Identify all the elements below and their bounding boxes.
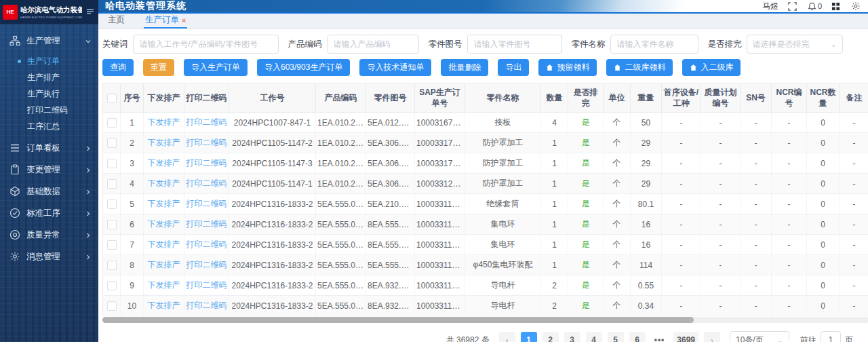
page-button-2[interactable]: 2 xyxy=(542,332,559,342)
print-qrcode-link[interactable]: 打印二维码 xyxy=(186,240,227,249)
row-checkbox[interactable] xyxy=(107,220,117,229)
dispatch-link[interactable]: 下发排产 xyxy=(148,280,180,290)
user-name[interactable]: 马煜 xyxy=(762,1,778,12)
filter-input-产品编码[interactable] xyxy=(327,35,419,54)
sidebar-item-打印二维码[interactable]: 打印二维码 xyxy=(0,102,98,118)
sidebar-item-生产排产[interactable]: 生产排产 xyxy=(0,69,98,86)
row-checkbox[interactable] xyxy=(107,179,117,189)
预留领料-button[interactable]: 预留领料 xyxy=(538,59,597,76)
apps-grid-icon[interactable] xyxy=(831,1,842,12)
dispatch-link[interactable]: 下发排产 xyxy=(148,158,180,168)
goto-suffix: 页 xyxy=(845,335,853,342)
row-checkbox[interactable] xyxy=(107,159,117,168)
cell-remark: - xyxy=(840,133,868,153)
print-qrcode-link[interactable]: 打印二维码 xyxy=(186,158,227,168)
cell-sap_no: 10003317840 xyxy=(415,133,465,153)
dispatch-link[interactable]: 下发排产 xyxy=(148,260,180,269)
dispatch-link[interactable]: 下发排产 xyxy=(148,301,180,310)
导入技术通知单-button[interactable]: 导入技术通知单 xyxy=(359,59,431,76)
sidebar-collapse-icon[interactable] xyxy=(85,5,96,20)
page-button-6[interactable]: 6 xyxy=(629,332,646,342)
入二级库-button[interactable]: 入二级库 xyxy=(682,59,741,76)
prev-page-button[interactable]: ‹ xyxy=(499,332,515,342)
print-qrcode-link[interactable]: 打印二维码 xyxy=(186,117,227,127)
批量删除-button[interactable]: 批量删除 xyxy=(441,59,488,76)
fullscreen-icon[interactable] xyxy=(788,1,798,12)
cell-quality_plan: - xyxy=(701,194,741,214)
page-button-3[interactable]: 3 xyxy=(564,332,580,342)
page-button-4[interactable]: 4 xyxy=(586,332,602,342)
select-all-checkbox[interactable] xyxy=(107,94,117,103)
dispatch-link[interactable]: 下发排产 xyxy=(148,117,180,127)
tab-主页[interactable]: 主页 xyxy=(106,12,126,28)
cell-quality_plan: - xyxy=(701,113,741,133)
filter-零件图号: 零件图号 xyxy=(429,35,562,54)
sidebar-group-质量异常[interactable]: 质量异常 xyxy=(0,224,98,246)
print-qrcode-link[interactable]: 打印二维码 xyxy=(186,260,227,269)
settings-gear-icon[interactable] xyxy=(851,1,861,12)
dispatch-link[interactable]: 下发排产 xyxy=(148,178,180,188)
dispatch-link[interactable]: 下发排产 xyxy=(148,219,180,229)
cell-weight: 29 xyxy=(631,153,662,174)
tab-生产订单[interactable]: 生产订单× xyxy=(144,12,187,28)
cell-unit: 个 xyxy=(604,214,631,235)
dispatch-link[interactable]: 下发排产 xyxy=(148,138,180,147)
page-size-select[interactable]: 10条/页⌄ xyxy=(730,331,789,342)
top-header: 哈电动装管理系统 马煜 0 xyxy=(98,0,868,14)
cell-part_no: 5EA.555.0312 xyxy=(366,255,415,276)
print-qrcode-link[interactable]: 打印二维码 xyxy=(186,219,227,229)
goto-page-input[interactable] xyxy=(821,331,841,342)
sidebar-group-消息管理[interactable]: 消息管理 xyxy=(0,246,98,267)
查询-button[interactable]: 查询 xyxy=(102,59,134,76)
cell-qty: 4 xyxy=(541,113,568,133)
导入生产订单-button[interactable]: 导入生产订单 xyxy=(184,59,248,76)
dispatch-link[interactable]: 下发排产 xyxy=(148,240,180,249)
sidebar-group-基础数据[interactable]: 基础数据 xyxy=(0,180,98,202)
sidebar-group-标准工序[interactable]: 标准工序 xyxy=(0,202,98,224)
filter-select-是否排完[interactable]: 请选择是否排完⌄ xyxy=(747,35,843,54)
print-qrcode-link[interactable]: 打印二维码 xyxy=(186,301,227,310)
sidebar-group-变更管理[interactable]: 变更管理 xyxy=(0,159,98,180)
row-checkbox[interactable] xyxy=(107,261,117,270)
row-checkbox[interactable] xyxy=(107,118,117,128)
filter-input-零件图号[interactable] xyxy=(467,35,562,54)
sidebar-group-订单看板[interactable]: 订单看板 xyxy=(0,137,98,159)
scrollbar-thumb[interactable] xyxy=(102,317,694,323)
cell-work_no: 2024HPC1316-1833-2 xyxy=(229,276,316,296)
pages-ellipsis[interactable]: ••• xyxy=(651,332,669,342)
cell-ncr_no: - xyxy=(772,296,807,316)
导入603/903生产订单-button[interactable]: 导入603/903生产订单 xyxy=(257,59,350,76)
next-page-button[interactable]: › xyxy=(704,332,720,342)
导出-button[interactable]: 导出 xyxy=(498,59,529,76)
sidebar-item-生产订单[interactable]: 生产订单 xyxy=(0,53,98,69)
二级库领料-button[interactable]: 二级库领料 xyxy=(606,59,673,76)
page-button-3699[interactable]: 3699 xyxy=(673,332,698,342)
cell-first_device: - xyxy=(662,194,701,214)
filter-label: 是否排完 xyxy=(708,39,742,50)
row-checkbox[interactable] xyxy=(107,240,117,250)
page-button-5[interactable]: 5 xyxy=(608,332,624,342)
filter-input-关键词[interactable] xyxy=(133,35,279,54)
row-checkbox[interactable] xyxy=(107,301,117,311)
print-qrcode-link[interactable]: 打印二维码 xyxy=(186,178,227,188)
重置-button[interactable]: 重置 xyxy=(143,59,174,76)
filter-input-零件名称[interactable] xyxy=(610,35,698,54)
sidebar-item-工序汇总[interactable]: 工序汇总 xyxy=(0,118,98,134)
cell-weight: 16 xyxy=(631,235,662,255)
row-checkbox[interactable] xyxy=(107,281,117,290)
sitemap-icon xyxy=(9,35,20,46)
sidebar-group-生产管理[interactable]: 生产管理 xyxy=(0,30,98,52)
notification-bell[interactable]: 0 xyxy=(808,2,822,11)
cell-first_device: - xyxy=(662,153,701,174)
print-qrcode-link[interactable]: 打印二维码 xyxy=(186,138,227,147)
page-button-1[interactable]: 1 xyxy=(521,332,537,342)
horizontal-scrollbar[interactable] xyxy=(102,317,868,323)
print-qrcode-link[interactable]: 打印二维码 xyxy=(186,199,227,208)
tab-close-icon[interactable]: × xyxy=(182,16,186,24)
row-checkbox[interactable] xyxy=(107,138,117,148)
sidebar-item-生产执行[interactable]: 生产执行 xyxy=(0,86,98,102)
cell-first_device: - xyxy=(662,133,701,153)
row-checkbox[interactable] xyxy=(107,200,117,209)
dispatch-link[interactable]: 下发排产 xyxy=(148,199,180,208)
print-qrcode-link[interactable]: 打印二维码 xyxy=(186,280,227,290)
